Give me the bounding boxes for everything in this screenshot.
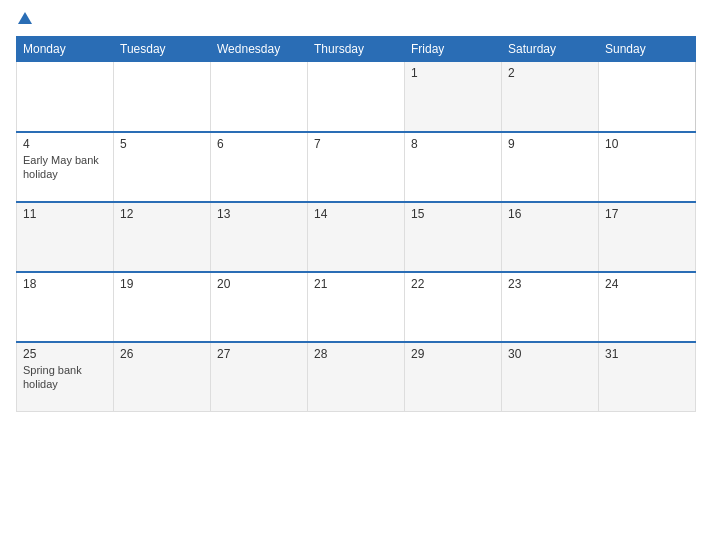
header-sunday: Sunday <box>599 37 696 62</box>
calendar-cell-19: 19 <box>114 272 211 342</box>
header-thursday: Thursday <box>308 37 405 62</box>
calendar-cell-empty <box>114 62 211 132</box>
calendar-cell-29: 29 <box>405 342 502 412</box>
calendar-cell-12: 12 <box>114 202 211 272</box>
calendar-cell-16: 16 <box>502 202 599 272</box>
table-row: 11 12 13 14 15 16 17 <box>17 202 696 272</box>
table-row: 4 Early May bank holiday 5 6 7 8 9 10 <box>17 132 696 202</box>
calendar-cell-17: 17 <box>599 202 696 272</box>
logo-triangle-icon <box>18 12 32 24</box>
calendar-cell-8: 8 <box>405 132 502 202</box>
calendar-cell-2: 1 <box>405 62 502 132</box>
calendar-cell-11: 11 <box>17 202 114 272</box>
calendar-cell-26: 26 <box>114 342 211 412</box>
calendar-cell-3: 2 <box>502 62 599 132</box>
header-tuesday: Tuesday <box>114 37 211 62</box>
header-monday: Monday <box>17 37 114 62</box>
calendar-cell-13: 13 <box>211 202 308 272</box>
table-row: 1 2 <box>17 62 696 132</box>
logo <box>16 12 32 26</box>
calendar-cell-23: 23 <box>502 272 599 342</box>
calendar-cell-15: 15 <box>405 202 502 272</box>
calendar-header <box>16 12 696 26</box>
calendar-cell-5: 5 <box>114 132 211 202</box>
calendar-cell-22: 22 <box>405 272 502 342</box>
calendar-table: Monday Tuesday Wednesday Thursday Friday… <box>16 36 696 412</box>
calendar-cell-21: 21 <box>308 272 405 342</box>
calendar-cell-7: 7 <box>308 132 405 202</box>
calendar-cell-24: 24 <box>599 272 696 342</box>
table-row: 25 Spring bank holiday 26 27 28 29 30 31 <box>17 342 696 412</box>
header-wednesday: Wednesday <box>211 37 308 62</box>
table-row: 18 19 20 21 22 23 24 <box>17 272 696 342</box>
calendar-cell-30: 30 <box>502 342 599 412</box>
calendar-cell-empty <box>17 62 114 132</box>
calendar-cell-27: 27 <box>211 342 308 412</box>
calendar-cell-9: 9 <box>502 132 599 202</box>
header-friday: Friday <box>405 37 502 62</box>
calendar-cell-6: 6 <box>211 132 308 202</box>
calendar-container: Monday Tuesday Wednesday Thursday Friday… <box>0 0 712 550</box>
calendar-cell-10: 10 <box>599 132 696 202</box>
calendar-cell-28: 28 <box>308 342 405 412</box>
calendar-cell-20: 20 <box>211 272 308 342</box>
calendar-cell-18: 18 <box>17 272 114 342</box>
calendar-cell-14: 14 <box>308 202 405 272</box>
calendar-cell-empty <box>211 62 308 132</box>
calendar-cell-25: 25 Spring bank holiday <box>17 342 114 412</box>
calendar-cell-31: 31 <box>599 342 696 412</box>
header-saturday: Saturday <box>502 37 599 62</box>
calendar-cell-1 <box>308 62 405 132</box>
weekday-header-row: Monday Tuesday Wednesday Thursday Friday… <box>17 37 696 62</box>
calendar-cell-4: 4 Early May bank holiday <box>17 132 114 202</box>
